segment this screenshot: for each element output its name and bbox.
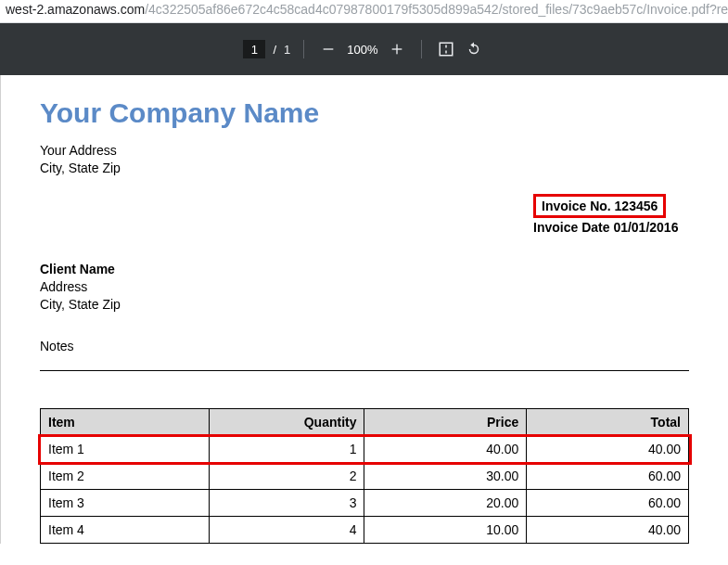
zoom-out-button[interactable] xyxy=(317,38,339,60)
company-name: Your Company Name xyxy=(40,97,689,129)
cell-qty: 4 xyxy=(209,517,364,544)
cell-item: Item 1 xyxy=(41,436,210,463)
cell-qty: 1 xyxy=(209,436,364,463)
notes-label: Notes xyxy=(40,339,689,353)
page-indicator: 1 / 1 xyxy=(243,40,290,58)
zoom-in-button[interactable] xyxy=(386,38,408,60)
page-current-input[interactable]: 1 xyxy=(243,40,265,58)
client-address-line1: Address xyxy=(40,278,689,296)
svg-rect-5 xyxy=(445,51,447,54)
table-row: Item 2230.0060.00 xyxy=(41,463,689,490)
table-row: Item 1140.0040.00 xyxy=(41,436,689,463)
client-address-line2: City, State Zip xyxy=(40,296,689,314)
cell-item: Item 2 xyxy=(41,463,210,490)
cell-price: 20.00 xyxy=(364,490,527,517)
invoice-date-label: Invoice Date xyxy=(533,220,613,235)
cell-total: 40.00 xyxy=(527,517,689,544)
invoice-meta: Invoice No. 123456 Invoice Date 01/01/20… xyxy=(533,194,689,235)
toolbar-separator xyxy=(303,40,304,58)
page-sep: / xyxy=(273,43,276,57)
table-wrap: Item Quantity Price Total Item 1140.0040… xyxy=(40,408,689,544)
rotate-button[interactable] xyxy=(463,38,485,60)
invoice-number-label: Invoice No. xyxy=(542,199,615,213)
cell-qty: 2 xyxy=(209,463,364,490)
minus-icon xyxy=(321,42,336,57)
client-name: Client Name xyxy=(40,261,689,278)
fit-page-icon xyxy=(438,41,454,58)
cell-total: 60.00 xyxy=(527,490,689,517)
plus-icon xyxy=(390,42,404,57)
client-block: Client Name Address City, State Zip xyxy=(40,261,689,314)
invoice-number: 123456 xyxy=(615,199,658,213)
svg-rect-0 xyxy=(324,48,334,49)
table-header-row: Item Quantity Price Total xyxy=(41,409,689,436)
company-address-line2: City, State Zip xyxy=(40,160,689,177)
svg-rect-4 xyxy=(445,45,447,48)
url-bar[interactable]: west-2.amazonaws.com/4c322505af86e672c4c… xyxy=(0,0,728,23)
col-item: Item xyxy=(41,409,210,436)
svg-rect-3 xyxy=(440,43,453,56)
company-address-line1: Your Address xyxy=(40,142,689,160)
svg-rect-2 xyxy=(396,45,397,55)
company-address: Your Address City, State Zip xyxy=(40,142,689,177)
document-page: Your Company Name Your Address City, Sta… xyxy=(0,75,728,544)
table-row: Item 3320.0060.00 xyxy=(41,490,689,517)
cell-total: 60.00 xyxy=(527,463,689,490)
cell-item: Item 3 xyxy=(41,490,210,517)
cell-item: Item 4 xyxy=(41,517,210,544)
pdf-toolbar: 1 / 1 100% xyxy=(0,23,728,75)
zoom-level[interactable]: 100% xyxy=(339,43,385,57)
col-price: Price xyxy=(364,409,527,436)
url-host: west-2.amazonaws.com xyxy=(6,2,145,17)
invoice-number-highlight: Invoice No. 123456 xyxy=(533,194,666,218)
divider xyxy=(40,370,689,371)
url-path: /4c322505af86e672c4c58cad4c07987800179f5… xyxy=(145,2,728,17)
cell-total: 40.00 xyxy=(527,436,689,463)
toolbar-separator xyxy=(421,40,422,58)
rotate-icon xyxy=(466,41,482,58)
page-total: 1 xyxy=(284,43,290,57)
invoice-date: 01/01/2016 xyxy=(613,220,678,235)
cell-price: 10.00 xyxy=(364,517,527,544)
invoice-table: Item Quantity Price Total Item 1140.0040… xyxy=(40,408,689,544)
cell-qty: 3 xyxy=(209,490,364,517)
table-row: Item 4410.0040.00 xyxy=(41,517,689,544)
col-quantity: Quantity xyxy=(209,409,364,436)
fit-page-button[interactable] xyxy=(435,38,457,60)
invoice-date-line: Invoice Date 01/01/2016 xyxy=(533,220,689,235)
col-total: Total xyxy=(527,409,689,436)
cell-price: 40.00 xyxy=(364,436,527,463)
cell-price: 30.00 xyxy=(364,463,527,490)
